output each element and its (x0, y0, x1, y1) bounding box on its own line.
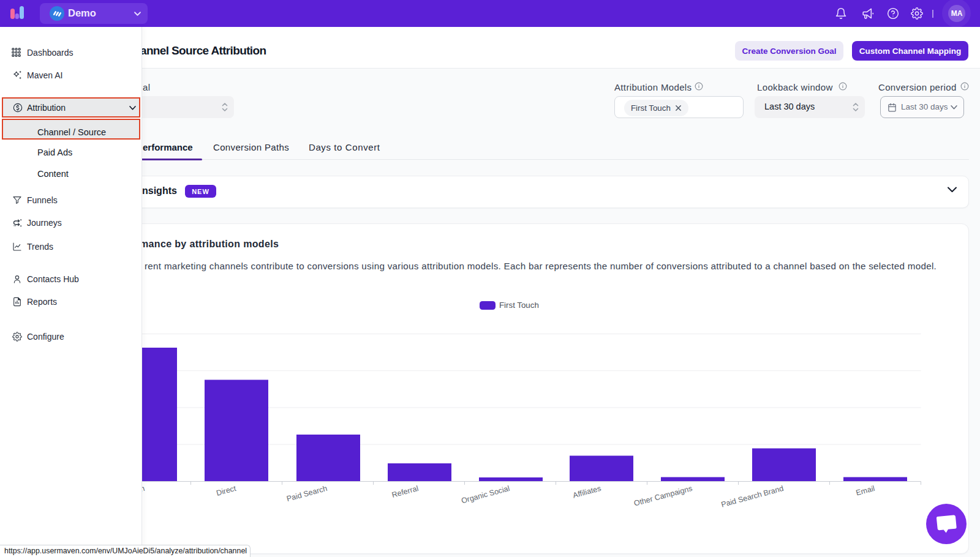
svg-text:Paid Search: Paid Search (285, 484, 328, 503)
svg-text:Organic Social: Organic Social (461, 484, 511, 506)
svg-text:Affiliates: Affiliates (572, 484, 602, 500)
svg-text:Other Campaigns: Other Campaigns (633, 484, 693, 508)
svg-text:Direct: Direct (216, 484, 238, 498)
svg-text:Referral: Referral (391, 484, 420, 499)
svg-text:Paid Search Brand: Paid Search Brand (720, 484, 785, 508)
svg-text:Email: Email (855, 484, 876, 498)
